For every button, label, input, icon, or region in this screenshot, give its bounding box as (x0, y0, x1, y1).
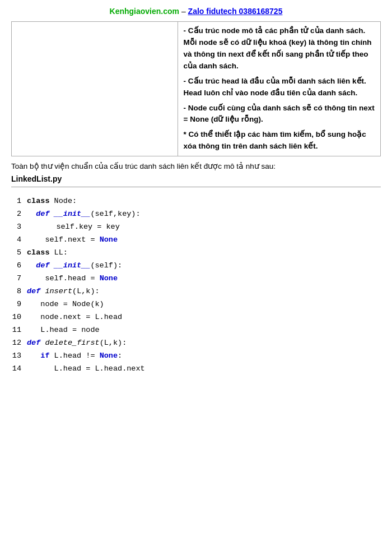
code-text-9: node = Node(k) (27, 298, 381, 311)
code-line-4: 4 self.next = None (11, 234, 381, 247)
code-line-10: 10 node.next = L.head (11, 311, 381, 324)
line-num-10: 10 (11, 311, 27, 324)
line-num-11: 11 (11, 324, 27, 337)
line-num-5: 5 (11, 247, 27, 260)
contact-link[interactable]: Zalo fidutech 0386168725 (188, 7, 283, 16)
code-text-2: def __init__(self,key): (27, 208, 381, 221)
code-text-13: if L.head != None: (27, 350, 381, 363)
bullet-2: - Cấu trúc head là đầu của mỗi danh sách… (184, 76, 375, 99)
code-text-4: self.next = None (27, 234, 381, 247)
line-num-1: 1 (11, 195, 27, 208)
bullet-4: * Có thể thiết lập các hàm tìm kiếm, bổ … (184, 129, 375, 152)
code-line-14: 14 L.head = L.head.next (11, 363, 381, 376)
divider (11, 187, 381, 187)
code-line-6: 6 def __init__(self): (11, 260, 381, 272)
code-line-1: 1 class Node: (11, 195, 381, 208)
code-line-13: 13 if L.head != None: (11, 350, 381, 363)
header-banner: Kenhgiaovien.com – Zalo fidutech 0386168… (0, 0, 392, 21)
code-line-12: 12 def delete_first(L,k): (11, 337, 381, 350)
site-name[interactable]: Kenhgiaovien.com (110, 7, 179, 16)
separator: – (179, 7, 188, 16)
code-text-5: class LL: (27, 247, 381, 260)
code-line-2: 2 def __init__(self,key): (11, 208, 381, 221)
bullet-3: - Node cuối cùng của danh sách sẽ có thô… (184, 103, 375, 126)
info-table: - Cấu trúc node mô tả các phần tử của da… (11, 21, 381, 156)
line-num-6: 6 (11, 260, 27, 272)
filename-label: LinkedList.py (11, 174, 381, 183)
line-num-14: 14 (11, 363, 27, 376)
line-num-12: 12 (11, 337, 27, 350)
bullet-1: - Cấu trúc node mô tả các phần tử của da… (184, 25, 375, 72)
main-content: - Cấu trúc node mô tả các phần tử của da… (11, 21, 381, 378)
code-text-8: def insert(L,k): (27, 285, 381, 298)
line-num-7: 7 (11, 272, 27, 285)
code-text-7: self.head = None (27, 272, 381, 285)
code-text-10: node.next = L.head (27, 311, 381, 324)
code-line-9: 9 node = Node(k) (11, 298, 381, 311)
line-num-3: 3 (11, 221, 27, 234)
code-text-6: def __init__(self): (27, 260, 381, 272)
line-num-4: 4 (11, 234, 27, 247)
code-line-11: 11 L.head = node (11, 324, 381, 337)
line-num-8: 8 (11, 285, 27, 298)
code-line-8: 8 def insert(L,k): (11, 285, 381, 298)
line-num-9: 9 (11, 298, 27, 311)
code-line-7: 7 self.head = None (11, 272, 381, 285)
line-num-13: 13 (11, 350, 27, 363)
code-text-11: L.head = node (27, 324, 381, 337)
code-line-3: 3 self.key = key (11, 221, 381, 234)
code-text-1: class Node: (27, 195, 381, 208)
code-text-3: self.key = key (27, 221, 381, 234)
code-text-14: L.head = L.head.next (27, 363, 381, 376)
code-line-5: 5 class LL: (11, 247, 381, 260)
table-left-cell (12, 22, 178, 156)
table-right-cell: - Cấu trúc node mô tả các phần tử của da… (178, 22, 380, 156)
line-num-2: 2 (11, 208, 27, 221)
code-block: 1 class Node: 2 def __init__(self,key): … (11, 193, 381, 377)
intro-text: Toàn bộ thư viện chuẩn của cấu trúc danh… (11, 161, 381, 172)
code-text-12: def delete_first(L,k): (27, 337, 381, 350)
